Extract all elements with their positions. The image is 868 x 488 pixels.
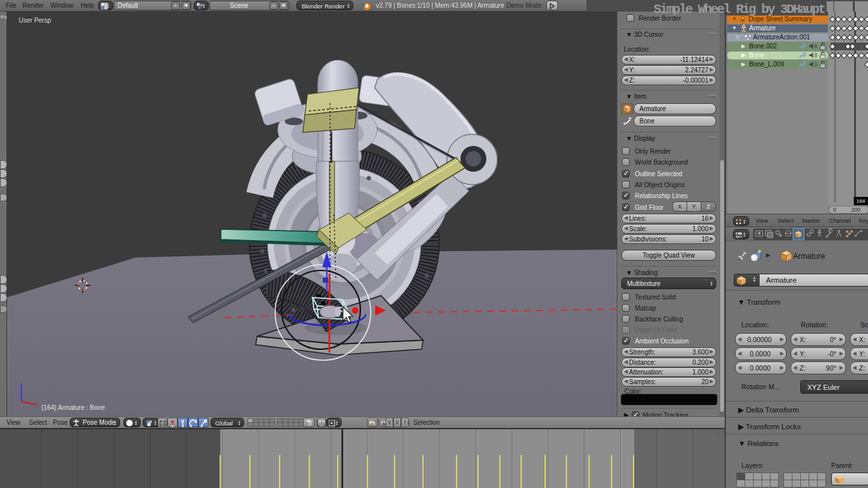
svg-text:164: 164	[856, 198, 865, 204]
svg-text:0: 0	[833, 207, 836, 213]
svg-text:200: 200	[851, 207, 860, 213]
